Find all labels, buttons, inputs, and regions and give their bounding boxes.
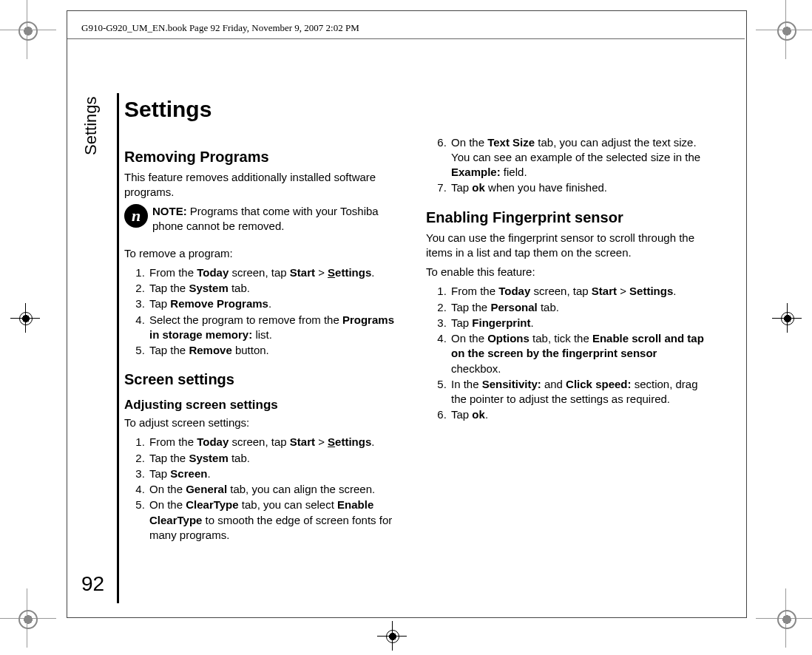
list-item: Tap ok when you have finished. (450, 180, 708, 195)
page-title: Settings (124, 95, 708, 125)
list-item: On the ClearType tab, you can select Ena… (148, 498, 407, 543)
page-content: Settings Removing Programs This feature … (124, 95, 708, 568)
crop-mark-br (763, 596, 808, 640)
list-item: From the Today screen, tap Start > Setti… (148, 265, 407, 280)
fingerprint-steps: From the Today screen, tap Start > Setti… (426, 284, 708, 422)
note-body: Programs that come with your Toshiba pho… (152, 205, 379, 232)
registration-mark-left (10, 303, 40, 333)
running-head: G910-G920_UM_EN.book Page 92 Friday, Nov… (81, 22, 359, 34)
list-item: Tap Remove Programs. (148, 296, 407, 311)
section-side-label: Settings (81, 97, 101, 156)
list-item: In the Sensitivity: and Click speed: sec… (450, 377, 708, 407)
list-item: Tap ok. (450, 407, 708, 422)
list-item: On the General tab, you can align the sc… (148, 482, 407, 497)
crop-mark-tl (4, 7, 49, 52)
registration-mark-right (772, 303, 802, 333)
page-number: 92 (81, 572, 104, 596)
crop-mark-bl (4, 596, 49, 640)
side-rule (117, 93, 119, 603)
list-item: From the Today screen, tap Start > Setti… (450, 284, 708, 299)
note-icon: n (124, 204, 148, 228)
crop-mark-tr (763, 7, 808, 52)
note-row: n NOTE: Programs that come with your Tos… (124, 204, 407, 234)
list-item: On the Options tab, tick the Enable scro… (450, 331, 708, 376)
removing-intro: This feature removes additionally instal… (124, 170, 407, 200)
list-item: On the Text Size tab, you can adjust the… (450, 135, 708, 180)
fingerprint-lead: To enable this feature: (426, 265, 708, 279)
list-item: Tap Screen. (148, 466, 407, 481)
list-item: Select the program to remove from the Pr… (148, 313, 407, 343)
list-item: Tap the System tab. (148, 281, 407, 296)
fingerprint-intro: You can use the fingerprint sensor to sc… (426, 231, 708, 261)
screen-lead: To adjust screen settings: (124, 415, 407, 430)
note-text: NOTE: Programs that come with your Toshi… (152, 204, 407, 234)
heading-removing-programs: Removing Programs (124, 147, 407, 167)
list-item: Tap the System tab. (148, 451, 407, 466)
list-item: Tap the Remove button. (148, 343, 407, 358)
heading-screen-settings: Screen settings (124, 370, 407, 390)
note-label: NOTE: (152, 205, 187, 217)
list-item: Tap the Personal tab. (450, 300, 708, 315)
subheading-adjusting: Adjusting screen settings (124, 397, 407, 414)
list-item: From the Today screen, tap Start > Setti… (148, 435, 407, 449)
heading-fingerprint: Enabling Fingerprint sensor (426, 208, 708, 228)
removing-steps: From the Today screen, tap Start > Setti… (124, 265, 407, 359)
list-item: Tap Fingerprint. (450, 316, 708, 330)
head-divider (67, 38, 745, 39)
removing-lead: To remove a program: (124, 246, 407, 261)
registration-mark-bottom (377, 621, 407, 651)
